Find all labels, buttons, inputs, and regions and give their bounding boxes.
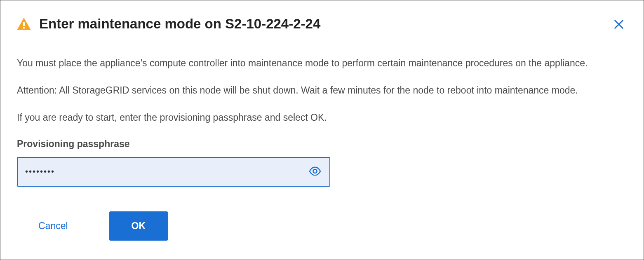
close-icon bbox=[613, 25, 625, 31]
passphrase-input-wrapper bbox=[17, 157, 330, 187]
passphrase-input[interactable] bbox=[17, 157, 330, 187]
svg-point-4 bbox=[313, 169, 317, 173]
eye-icon bbox=[309, 166, 321, 177]
passphrase-label: Provisioning passphrase bbox=[17, 138, 627, 150]
svg-rect-0 bbox=[23, 22, 25, 26]
maintenance-mode-dialog: Enter maintenance mode on S2-10-224-2-24… bbox=[0, 0, 644, 260]
dialog-button-row: Cancel OK bbox=[38, 211, 627, 241]
warning-icon bbox=[17, 18, 31, 30]
toggle-visibility-button[interactable] bbox=[306, 164, 324, 179]
dialog-text-3: If you are ready to start, enter the pro… bbox=[17, 111, 627, 124]
dialog-header: Enter maintenance mode on S2-10-224-2-24 bbox=[17, 16, 627, 32]
dialog-title: Enter maintenance mode on S2-10-224-2-24 bbox=[39, 16, 320, 32]
dialog-text-2: Attention: All StorageGRID services on t… bbox=[17, 84, 627, 97]
cancel-button[interactable]: Cancel bbox=[38, 220, 68, 232]
svg-point-1 bbox=[23, 27, 25, 28]
dialog-text-1: You must place the appliance's compute c… bbox=[17, 56, 627, 70]
dialog-body: You must place the appliance's compute c… bbox=[17, 56, 627, 241]
ok-button[interactable]: OK bbox=[109, 211, 168, 241]
close-button[interactable] bbox=[611, 17, 626, 33]
